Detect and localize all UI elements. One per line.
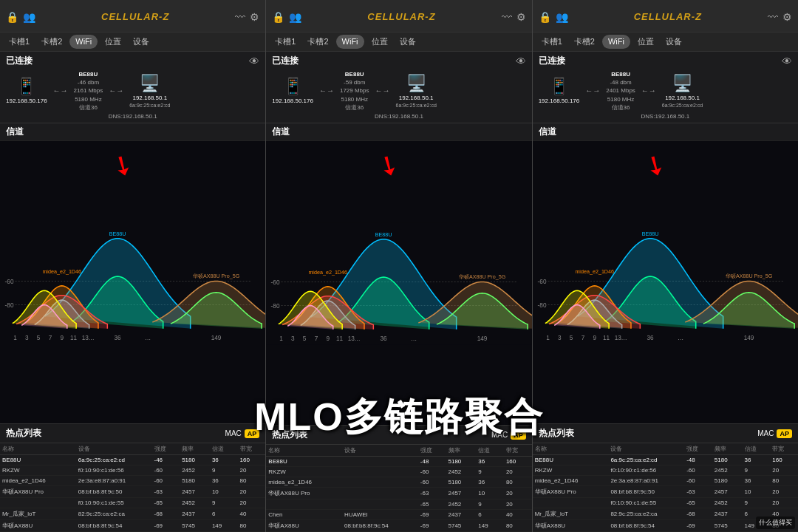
signal-dbm: -46 dbm xyxy=(74,78,103,86)
tab-位置[interactable]: 位置 xyxy=(366,33,394,51)
col-header: 带宽 xyxy=(238,443,266,455)
eye-icon[interactable]: 👁 xyxy=(249,55,259,67)
channel-label: 信道 xyxy=(533,123,798,141)
col-header: 设备 xyxy=(76,443,152,455)
table-cell: 9 xyxy=(743,466,771,476)
channel-label: 信道 xyxy=(0,123,265,141)
gear-icon[interactable]: ⚙ xyxy=(782,11,792,23)
table-cell: 2e:3a:e8:87:a0:91 xyxy=(76,476,152,486)
tab-卡槽2[interactable]: 卡槽2 xyxy=(301,33,334,51)
table-header-row: 名称设备强度频率信道带宽 xyxy=(266,445,531,457)
connected-section: 已连接 👁 📱 192.168.50.176 ←→ BE88U -59 dbm … xyxy=(266,52,531,123)
table-cell: BE88U xyxy=(533,455,609,466)
users-icon: 👥 xyxy=(23,11,35,23)
router-ip: 192.168.50.1 xyxy=(132,95,167,101)
svg-text:1: 1 xyxy=(546,335,550,341)
table-cell: 5180 xyxy=(446,477,477,488)
tab-卡槽1[interactable]: 卡槽1 xyxy=(269,33,301,51)
col-header: 信道 xyxy=(743,443,771,455)
table-cell: 9 xyxy=(476,467,504,477)
wifi-channel: 信道36 xyxy=(74,103,103,112)
lock-icon: 🔒 xyxy=(272,11,284,23)
eye-icon[interactable]: 👁 xyxy=(782,55,792,67)
wifi-speed: 1729 Mbps xyxy=(340,86,369,95)
mac-label: MAC xyxy=(757,429,774,437)
table-cell xyxy=(342,467,418,477)
tab-WiFi[interactable]: WiFi xyxy=(602,35,630,49)
app-title: CELLULAR-Z xyxy=(40,11,231,22)
table-header-row: 名称设备强度频率信道带宽 xyxy=(0,443,265,455)
gear-icon[interactable]: ⚙ xyxy=(250,11,259,23)
table-cell: f0:10:90:c1:de:55 xyxy=(76,498,152,508)
table-cell: -60 xyxy=(418,477,446,488)
table-cell: -60 xyxy=(684,466,712,476)
table-cell: 5180 xyxy=(712,476,743,486)
table-row: BE88U6a:9c:25:ca:e2:cd-48518036160 xyxy=(533,455,798,466)
table-cell: 20 xyxy=(238,498,266,508)
table-row: BE88U-48518036160 xyxy=(266,457,531,467)
channel-section: 信道 -60 -80 135791113…36…149 BE88Umidea_e… xyxy=(266,123,531,426)
tab-卡槽1[interactable]: 卡槽1 xyxy=(536,33,568,51)
table-row: midea_e2_1D462e:3a:e8:87:a0:91-605180368… xyxy=(0,476,265,486)
tab-卡槽1[interactable]: 卡槽1 xyxy=(3,33,35,51)
col-header: 强度 xyxy=(152,443,180,455)
hotspot-header-row: 热点列表 MAC AP xyxy=(266,426,531,445)
tabs-row: 卡槽1卡槽2WiFi位置设备 xyxy=(0,33,265,52)
channel-svg: -60 -80 135791113…36…149 BE88Umidea_e2_1… xyxy=(533,141,798,424)
svg-text:9: 9 xyxy=(593,335,596,341)
tab-设备[interactable]: 设备 xyxy=(660,33,688,51)
table-cell xyxy=(533,498,609,508)
table-row: midea_e2_1D462e:3a:e8:87:a0:91-605180368… xyxy=(533,476,798,486)
table-cell: midea_e2_1D46 xyxy=(533,476,609,486)
channel-chart: -60 -80 135791113…36…149 BE88Umidea_e2_1… xyxy=(0,141,265,424)
table-row: 华硕AX88U Pro08:bf:b8:8f:9c:50-6324571020 xyxy=(533,486,798,498)
table-cell: 6 xyxy=(476,510,504,520)
col-header: 名称 xyxy=(266,445,342,457)
table-cell: 5180 xyxy=(180,455,210,466)
tab-卡槽2[interactable]: 卡槽2 xyxy=(35,33,68,51)
table-cell: -48 xyxy=(684,455,712,466)
table-cell: 9 xyxy=(210,498,238,508)
tab-设备[interactable]: 设备 xyxy=(127,33,155,51)
gear-icon[interactable]: ⚙ xyxy=(516,11,526,23)
table-cell: -48 xyxy=(418,457,446,467)
hotspot-table: 名称设备强度频率信道带宽 BE88U-48518036160RKZW-60245… xyxy=(266,445,531,532)
signal-dbm: -48 dbm xyxy=(606,78,635,86)
svg-text:11: 11 xyxy=(603,335,610,341)
svg-text:3: 3 xyxy=(25,335,29,341)
tab-设备[interactable]: 设备 xyxy=(394,33,422,51)
table-cell: -63 xyxy=(152,486,180,498)
table-cell: 36 xyxy=(210,455,238,466)
signal-arrow-right: ←→ xyxy=(375,86,390,95)
col-header: 名称 xyxy=(533,443,609,455)
col-header: 设备 xyxy=(342,445,418,457)
table-cell: RKZW xyxy=(0,466,76,476)
eye-icon[interactable]: 👁 xyxy=(516,55,526,67)
wave-icon: 〰 xyxy=(235,11,245,23)
router-mac: 6a:9c:25:ca:e2:cd xyxy=(129,103,170,108)
table-cell: -65 xyxy=(418,499,446,510)
main-layout: 🔒 👥 CELLULAR-Z 〰 ⚙ 卡槽1卡槽2WiFi位置设备 已连接 👁 … xyxy=(0,0,798,532)
wifi-name: BE88U xyxy=(340,70,369,78)
tab-位置[interactable]: 位置 xyxy=(632,33,660,51)
table-cell: 华硕AX88U xyxy=(533,520,609,532)
tab-WiFi[interactable]: WiFi xyxy=(69,35,98,49)
connected-info: 📱 192.168.50.176 ←→ BE88U -46 dbm 2161 M… xyxy=(6,70,259,112)
tab-位置[interactable]: 位置 xyxy=(99,33,127,51)
hotspot-section: 热点列表 MAC AP 名称设备强度频率信道带宽 BE88U6a:9c:25:c… xyxy=(0,424,265,532)
channel-svg: -60 -80 135791113…36…149 BE88Umidea_e2_1… xyxy=(0,141,265,424)
table-cell: 2e:3a:e8:87:a0:91 xyxy=(608,476,684,486)
table-cell: -69 xyxy=(418,520,446,532)
mac-label: MAC xyxy=(491,431,508,439)
table-row: ChenHUAWEI-692437640 xyxy=(266,510,531,520)
svg-text:-60: -60 xyxy=(537,278,546,284)
dns-row: DNS:192.168.50.1 xyxy=(6,113,259,120)
svg-text:…: … xyxy=(355,335,361,342)
connected-header: 已连接 👁 xyxy=(6,55,259,67)
tab-WiFi[interactable]: WiFi xyxy=(336,35,364,49)
phone-ip: 192.168.50.176 xyxy=(539,98,580,104)
app-title: CELLULAR-Z xyxy=(306,11,497,22)
table-cell: 20 xyxy=(770,498,798,508)
tab-卡槽2[interactable]: 卡槽2 xyxy=(568,33,601,51)
panel-2: 🔒 👥 CELLULAR-Z 〰 ⚙ 卡槽1卡槽2WiFi位置设备 已连接 👁 … xyxy=(266,0,532,532)
